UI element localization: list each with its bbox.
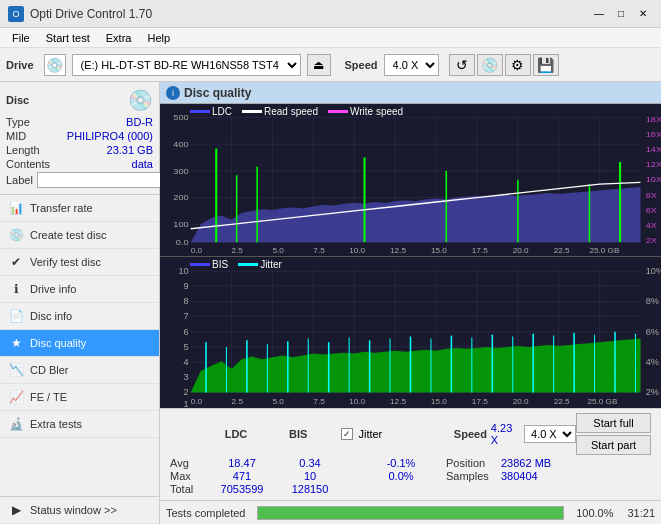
titlebar-title: Opti Drive Control 1.70 <box>30 7 152 21</box>
stats-max-speed-label: Samples <box>446 470 501 482</box>
sidebar-item-create-test-disc[interactable]: 💿 Create test disc <box>0 222 159 249</box>
svg-text:6: 6 <box>184 326 189 336</box>
start-part-button[interactable]: Start part <box>576 435 651 455</box>
stats-max-ldc: 471 <box>208 470 276 482</box>
disc-image-icon: 💿 <box>128 88 153 112</box>
menu-help[interactable]: Help <box>139 30 178 46</box>
sidebar-item-extra-tests[interactable]: 🔬 Extra tests <box>0 411 159 438</box>
drivebar: Drive 💿 (E:) HL-DT-ST BD-RE WH16NS58 TST… <box>0 48 661 82</box>
svg-text:15.0: 15.0 <box>431 246 447 254</box>
fe-te-icon: 📈 <box>8 389 24 405</box>
read-speed-legend-color <box>242 110 262 113</box>
menu-file[interactable]: File <box>4 30 38 46</box>
sidebar-item-extra-tests-label: Extra tests <box>30 418 82 430</box>
disc-type-row: Type BD-R <box>6 116 153 128</box>
sidebar-item-disc-quality[interactable]: ★ Disc quality <box>0 330 159 357</box>
drive-label: Drive <box>6 59 34 71</box>
menubar: File Start test Extra Help <box>0 28 661 48</box>
disc-quality-header-icon: i <box>166 86 180 100</box>
start-full-button[interactable]: Start full <box>576 413 651 433</box>
sidebar-item-verify-test-disc[interactable]: ✔ Verify test disc <box>0 249 159 276</box>
close-button[interactable]: ✕ <box>633 6 653 22</box>
svg-text:4%: 4% <box>646 357 659 367</box>
speed-label: Speed <box>345 59 378 71</box>
save-button[interactable]: 💾 <box>533 54 559 76</box>
disc-label-row: Label 🔍 <box>6 172 153 188</box>
cd-bler-icon: 📉 <box>8 362 24 378</box>
stats-total-row: Total 7053599 128150 <box>166 483 655 495</box>
status-window-item[interactable]: ▶ Status window >> <box>0 497 159 524</box>
bis-legend-label: BIS <box>212 259 228 270</box>
speed-select-small[interactable]: 4.0 X <box>524 425 576 443</box>
sidebar-item-fe-te[interactable]: 📈 FE / TE <box>0 384 159 411</box>
svg-text:12X: 12X <box>646 160 661 169</box>
svg-text:6%: 6% <box>646 326 659 336</box>
write-speed-legend: Write speed <box>328 106 403 117</box>
menu-extra[interactable]: Extra <box>98 30 140 46</box>
disc-info-icon: 📄 <box>8 308 24 324</box>
sidebar-item-transfer-rate[interactable]: 📊 Transfer rate <box>0 195 159 222</box>
read-speed-legend-label: Read speed <box>264 106 318 117</box>
stats-max-bis: 10 <box>276 470 344 482</box>
svg-text:22.5: 22.5 <box>554 397 571 406</box>
titlebar: O Opti Drive Control 1.70 — □ ✕ <box>0 0 661 28</box>
stats-total-label: Total <box>170 483 208 495</box>
disc-label-input[interactable] <box>37 172 166 188</box>
stats-avg-row: Avg 18.47 0.34 -0.1% Position 23862 MB <box>166 457 655 469</box>
top-chart: LDC Read speed Write speed <box>160 104 661 256</box>
drive-select[interactable]: (E:) HL-DT-ST BD-RE WH16NS58 TST4 <box>72 54 301 76</box>
svg-text:17.5: 17.5 <box>472 246 488 254</box>
jitter-checkbox[interactable] <box>341 428 353 440</box>
svg-text:1: 1 <box>184 398 189 408</box>
settings-button[interactable]: ⚙ <box>505 54 531 76</box>
disc-button[interactable]: 💿 <box>477 54 503 76</box>
svg-text:14X: 14X <box>646 145 661 154</box>
menu-start-test[interactable]: Start test <box>38 30 98 46</box>
maximize-button[interactable]: □ <box>611 6 631 22</box>
disc-quality-title: Disc quality <box>184 86 251 100</box>
disc-quality-icon: ★ <box>8 335 24 351</box>
verify-test-disc-icon: ✔ <box>8 254 24 270</box>
speed-value-display: 4.23 X <box>491 422 520 446</box>
svg-text:18X: 18X <box>646 114 661 123</box>
create-test-disc-icon: 💿 <box>8 227 24 243</box>
stats-header-row: LDC BIS Jitter Speed 4.23 X 4.0 X Start … <box>166 413 655 455</box>
read-speed-legend: Read speed <box>242 106 318 117</box>
sidebar-item-cd-bler[interactable]: 📉 CD Bler <box>0 357 159 384</box>
sidebar-item-drive-info[interactable]: ℹ Drive info <box>0 276 159 303</box>
svg-text:17.5: 17.5 <box>472 397 489 406</box>
svg-text:16X: 16X <box>646 130 661 139</box>
stats-max-row: Max 471 10 0.0% Samples 380404 <box>166 470 655 482</box>
ldc-legend-label: LDC <box>212 106 232 117</box>
svg-text:0.0: 0.0 <box>191 397 203 406</box>
svg-text:8%: 8% <box>646 296 659 306</box>
stats-avg-speed-value: 23862 MB <box>501 457 551 469</box>
svg-text:10.0: 10.0 <box>349 246 365 254</box>
svg-text:200: 200 <box>173 193 189 202</box>
jitter-legend: Jitter <box>238 259 282 270</box>
svg-text:400: 400 <box>173 139 189 148</box>
titlebar-controls[interactable]: — □ ✕ <box>589 6 653 22</box>
stats-total-bis: 128150 <box>276 483 344 495</box>
disc-length-value: 23.31 GB <box>107 144 153 156</box>
sidebar-item-drive-info-label: Drive info <box>30 283 76 295</box>
speed-select[interactable]: 4.0 X <box>384 54 439 76</box>
minimize-button[interactable]: — <box>589 6 609 22</box>
svg-text:10.0: 10.0 <box>349 397 366 406</box>
svg-text:5.0: 5.0 <box>272 397 284 406</box>
sidebar-item-fe-te-label: FE / TE <box>30 391 67 403</box>
disc-mid-value: PHILIPRO4 (000) <box>67 130 153 142</box>
sidebar-status: ▶ Status window >> <box>0 496 159 524</box>
refresh-button[interactable]: ↺ <box>449 54 475 76</box>
content-area: i Disc quality LDC Read speed <box>160 82 661 524</box>
eject-button[interactable]: ⏏ <box>307 54 331 76</box>
sidebar-item-disc-info-label: Disc info <box>30 310 72 322</box>
disc-contents-value: data <box>132 158 153 170</box>
disc-mid-label: MID <box>6 130 26 142</box>
svg-text:4X: 4X <box>646 220 658 229</box>
svg-text:100: 100 <box>173 220 189 229</box>
sidebar-item-disc-info[interactable]: 📄 Disc info <box>0 303 159 330</box>
stats-col-ldc: LDC <box>205 428 267 440</box>
svg-text:22.5: 22.5 <box>554 246 570 254</box>
svg-text:7.5: 7.5 <box>313 246 324 254</box>
